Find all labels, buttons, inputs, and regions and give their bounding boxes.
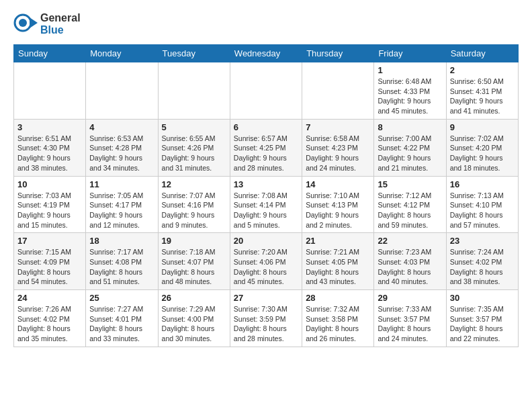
day-number: 13 [234,179,298,189]
day-header-sunday: Sunday [14,45,86,62]
calendar-cell: 12Sunrise: 7:07 AM Sunset: 4:16 PM Dayli… [158,176,230,233]
calendar-cell: 2Sunrise: 6:50 AM Sunset: 4:31 PM Daylig… [446,62,518,120]
calendar-cell: 26Sunrise: 7:29 AM Sunset: 4:00 PM Dayli… [158,290,230,347]
svg-point-1 [19,19,27,27]
calendar-cell: 23Sunrise: 7:24 AM Sunset: 4:02 PM Dayli… [446,233,518,290]
calendar-cell: 22Sunrise: 7:23 AM Sunset: 4:03 PM Dayli… [374,233,446,290]
calendar-cell: 28Sunrise: 7:32 AM Sunset: 3:58 PM Dayli… [302,290,374,347]
day-info: Sunrise: 7:03 AM Sunset: 4:19 PM Dayligh… [17,191,82,230]
calendar-cell: 24Sunrise: 7:26 AM Sunset: 4:02 PM Dayli… [14,290,86,347]
calendar-cell: 25Sunrise: 7:27 AM Sunset: 4:01 PM Dayli… [86,290,158,347]
day-info: Sunrise: 6:50 AM Sunset: 4:31 PM Dayligh… [450,77,515,116]
day-info: Sunrise: 7:20 AM Sunset: 4:06 PM Dayligh… [234,247,298,287]
day-info: Sunrise: 7:12 AM Sunset: 4:12 PM Dayligh… [378,191,442,230]
day-header-saturday: Saturday [446,45,518,62]
logo: General Blue [13,11,81,38]
day-info: Sunrise: 7:00 AM Sunset: 4:22 PM Dayligh… [378,134,442,173]
day-number: 1 [378,65,442,75]
calendar-week-4: 17Sunrise: 7:15 AM Sunset: 4:09 PM Dayli… [14,233,519,290]
day-number: 8 [378,122,442,132]
day-info: Sunrise: 6:53 AM Sunset: 4:28 PM Dayligh… [89,134,154,173]
day-info: Sunrise: 7:21 AM Sunset: 4:05 PM Dayligh… [306,247,370,287]
day-number: 18 [89,236,154,246]
day-header-tuesday: Tuesday [158,45,230,62]
calendar-cell: 10Sunrise: 7:03 AM Sunset: 4:19 PM Dayli… [14,176,86,233]
day-info: Sunrise: 7:18 AM Sunset: 4:07 PM Dayligh… [162,247,226,287]
day-info: Sunrise: 7:13 AM Sunset: 4:10 PM Dayligh… [450,191,515,230]
calendar-cell [302,62,374,120]
day-info: Sunrise: 6:51 AM Sunset: 4:30 PM Dayligh… [17,134,82,173]
calendar-cell: 3Sunrise: 6:51 AM Sunset: 4:30 PM Daylig… [14,119,86,176]
header: General Blue [13,11,519,38]
calendar-cell: 6Sunrise: 6:57 AM Sunset: 4:25 PM Daylig… [230,119,302,176]
calendar-week-1: 1Sunrise: 6:48 AM Sunset: 4:33 PM Daylig… [14,62,519,120]
calendar-table: SundayMondayTuesdayWednesdayThursdayFrid… [13,44,519,347]
logo-line2: Blue [40,24,81,36]
day-number: 22 [378,236,442,246]
calendar-cell [14,62,86,120]
day-number: 30 [450,293,515,303]
calendar-week-2: 3Sunrise: 6:51 AM Sunset: 4:30 PM Daylig… [14,119,519,176]
day-info: Sunrise: 7:32 AM Sunset: 3:58 PM Dayligh… [306,304,370,344]
day-number: 21 [306,236,370,246]
day-number: 15 [378,179,442,189]
page: General Blue SundayMondayTuesdayWednesda… [0,0,532,358]
calendar-cell: 14Sunrise: 7:10 AM Sunset: 4:13 PM Dayli… [302,176,374,233]
day-info: Sunrise: 7:17 AM Sunset: 4:08 PM Dayligh… [89,247,154,287]
logo-icon [13,11,38,35]
calendar-cell: 18Sunrise: 7:17 AM Sunset: 4:08 PM Dayli… [86,233,158,290]
calendar-cell: 21Sunrise: 7:21 AM Sunset: 4:05 PM Dayli… [302,233,374,290]
day-info: Sunrise: 7:26 AM Sunset: 4:02 PM Dayligh… [17,304,82,344]
day-number: 24 [17,293,82,303]
calendar-header-row: SundayMondayTuesdayWednesdayThursdayFrid… [14,45,519,62]
day-number: 20 [234,236,298,246]
calendar-cell: 4Sunrise: 6:53 AM Sunset: 4:28 PM Daylig… [86,119,158,176]
day-number: 12 [162,179,226,189]
calendar-cell: 1Sunrise: 6:48 AM Sunset: 4:33 PM Daylig… [374,62,446,120]
calendar-cell: 5Sunrise: 6:55 AM Sunset: 4:26 PM Daylig… [158,119,230,176]
day-info: Sunrise: 6:57 AM Sunset: 4:25 PM Dayligh… [234,134,298,173]
day-header-thursday: Thursday [302,45,374,62]
calendar-cell: 16Sunrise: 7:13 AM Sunset: 4:10 PM Dayli… [446,176,518,233]
day-info: Sunrise: 7:15 AM Sunset: 4:09 PM Dayligh… [17,247,82,287]
calendar-cell: 30Sunrise: 7:35 AM Sunset: 3:57 PM Dayli… [446,290,518,347]
calendar-cell [86,62,158,120]
calendar-cell [230,62,302,120]
day-number: 29 [378,293,442,303]
calendar-cell: 9Sunrise: 7:02 AM Sunset: 4:20 PM Daylig… [446,119,518,176]
day-info: Sunrise: 7:27 AM Sunset: 4:01 PM Dayligh… [89,304,154,344]
calendar-cell: 15Sunrise: 7:12 AM Sunset: 4:12 PM Dayli… [374,176,446,233]
day-number: 5 [162,122,226,132]
day-number: 23 [450,236,515,246]
calendar-cell: 19Sunrise: 7:18 AM Sunset: 4:07 PM Dayli… [158,233,230,290]
day-info: Sunrise: 7:10 AM Sunset: 4:13 PM Dayligh… [306,191,370,230]
day-number: 11 [89,179,154,189]
day-number: 7 [306,122,370,132]
day-info: Sunrise: 7:30 AM Sunset: 3:59 PM Dayligh… [234,304,298,344]
day-info: Sunrise: 6:58 AM Sunset: 4:23 PM Dayligh… [306,134,370,173]
calendar-cell: 13Sunrise: 7:08 AM Sunset: 4:14 PM Dayli… [230,176,302,233]
day-number: 19 [162,236,226,246]
calendar-cell: 8Sunrise: 7:00 AM Sunset: 4:22 PM Daylig… [374,119,446,176]
calendar-cell: 17Sunrise: 7:15 AM Sunset: 4:09 PM Dayli… [14,233,86,290]
day-number: 26 [162,293,226,303]
day-info: Sunrise: 7:24 AM Sunset: 4:02 PM Dayligh… [450,247,515,287]
logo-line1: General [40,12,81,24]
day-number: 6 [234,122,298,132]
day-number: 25 [89,293,154,303]
calendar-cell: 27Sunrise: 7:30 AM Sunset: 3:59 PM Dayli… [230,290,302,347]
day-info: Sunrise: 7:02 AM Sunset: 4:20 PM Dayligh… [450,134,515,173]
day-info: Sunrise: 7:33 AM Sunset: 3:57 PM Dayligh… [378,304,442,344]
calendar-cell: 29Sunrise: 7:33 AM Sunset: 3:57 PM Dayli… [374,290,446,347]
day-info: Sunrise: 6:48 AM Sunset: 4:33 PM Dayligh… [378,77,442,116]
calendar-week-5: 24Sunrise: 7:26 AM Sunset: 4:02 PM Dayli… [14,290,519,347]
day-number: 27 [234,293,298,303]
day-number: 28 [306,293,370,303]
calendar-cell: 11Sunrise: 7:05 AM Sunset: 4:17 PM Dayli… [86,176,158,233]
day-number: 16 [450,179,515,189]
day-number: 3 [17,122,82,132]
day-info: Sunrise: 7:23 AM Sunset: 4:03 PM Dayligh… [378,247,442,287]
calendar-week-3: 10Sunrise: 7:03 AM Sunset: 4:19 PM Dayli… [14,176,519,233]
day-number: 2 [450,65,515,75]
day-number: 4 [89,122,154,132]
